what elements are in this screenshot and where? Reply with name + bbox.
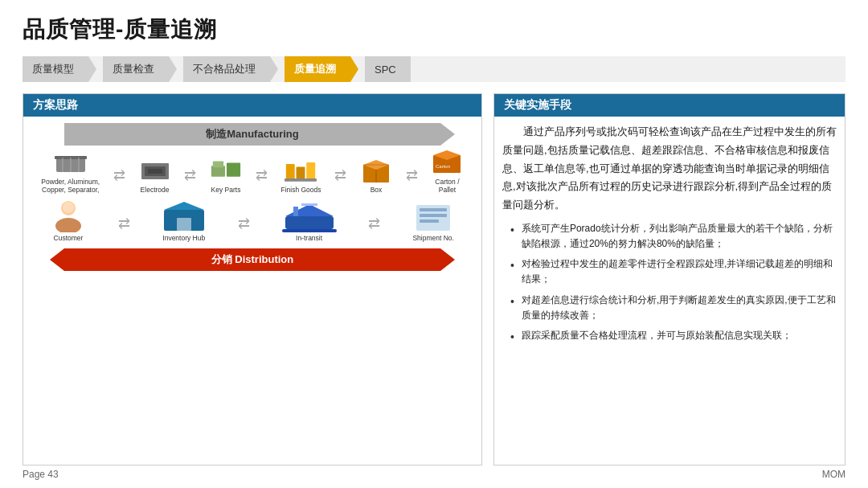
svg-rect-35 bbox=[420, 214, 447, 217]
arrow-d3: ⇄ bbox=[368, 215, 380, 232]
distribution-arrow: 分销 Distribution bbox=[64, 248, 440, 271]
arrow-d2: ⇄ bbox=[238, 215, 250, 232]
svg-rect-8 bbox=[211, 166, 225, 176]
arrow-2: ⇄ bbox=[184, 166, 196, 184]
svg-rect-28 bbox=[285, 216, 334, 229]
manufacturing-arrow: 制造Manufacturing bbox=[64, 123, 440, 146]
page-number: Page 43 bbox=[23, 469, 59, 480]
manufacturing-section: 制造Manufacturing bbox=[31, 123, 473, 147]
product-electrode: Electrode bbox=[139, 158, 171, 194]
arrow-4: ⇄ bbox=[334, 166, 346, 184]
inventory-icon bbox=[162, 200, 206, 232]
svg-text:Carton: Carton bbox=[436, 164, 450, 169]
bullet-list: 系统可产生Porado统计分析，列出影响产品质量最大的若干个缺陷，分析缺陷根源，… bbox=[502, 221, 837, 348]
page-footer: Page 43 MOM bbox=[23, 465, 845, 480]
svg-rect-11 bbox=[286, 164, 295, 178]
svg-point-23 bbox=[55, 218, 81, 232]
products-row: Powder, Aluminum, Copper, Separator, ⇄ bbox=[31, 150, 473, 194]
product-powder: Powder, Aluminum, Copper, Separator, bbox=[41, 150, 100, 194]
right-panel-header: 关键实施手段 bbox=[494, 94, 845, 117]
arrow-5: ⇄ bbox=[406, 166, 418, 184]
svg-rect-13 bbox=[307, 162, 316, 178]
breadcrumb-item-quality-check[interactable]: 质量检查 bbox=[103, 56, 169, 82]
svg-rect-14 bbox=[285, 178, 317, 182]
product-box: Box bbox=[360, 158, 392, 194]
keyparts-icon bbox=[210, 158, 242, 184]
breadcrumb-item-nonconform[interactable]: 不合格品处理 bbox=[183, 56, 270, 82]
customer-icon bbox=[51, 197, 86, 232]
content-area: 方案思路 制造Manufacturing bbox=[23, 93, 845, 465]
svg-marker-26 bbox=[164, 202, 204, 210]
bullet-item-1: 系统可产生Porado统计分析，列出影响产品质量最大的若干个缺陷，分析缺陷根源，… bbox=[510, 221, 837, 252]
left-panel-body: 制造Manufacturing bbox=[23, 117, 481, 465]
product-customer: Customer bbox=[51, 197, 86, 242]
svg-rect-36 bbox=[420, 219, 439, 223]
page-container: 品质管理-质量追溯 质量模型 质量检查 不合格品处理 质量追溯 SPC 方案思路 bbox=[0, 0, 868, 488]
right-body-text: 通过产品序列号或批次码可轻松查询该产品在生产过程中发生的所有质量问题,包括质量记… bbox=[502, 123, 837, 215]
breadcrumb-item-quality-model[interactable]: 质量模型 bbox=[23, 56, 88, 82]
left-panel-header: 方案思路 bbox=[23, 94, 481, 117]
product-finished: Finish Goods bbox=[280, 158, 321, 194]
box-icon bbox=[360, 158, 392, 184]
carton-icon: Carton bbox=[431, 150, 463, 176]
product-keyparts: Key Parts bbox=[210, 158, 242, 194]
svg-rect-30 bbox=[293, 207, 298, 216]
footer-brand: MOM bbox=[822, 469, 845, 480]
product-carton: Carton Carton / Pallet bbox=[431, 150, 463, 194]
product-inventory: Inventory Hub bbox=[162, 200, 206, 242]
distribution-section: 分销 Distribution bbox=[31, 248, 473, 273]
right-panel: 关键实施手段 通过产品序列号或批次码可轻松查询该产品在生产过程中发生的所有质量问… bbox=[493, 93, 845, 465]
svg-rect-31 bbox=[301, 203, 317, 206]
electrode-icon bbox=[139, 158, 171, 184]
bullet-item-4: 跟踪采配质量不合格处理流程，并可与原始装配信息实现关联； bbox=[510, 328, 837, 343]
ship-icon bbox=[282, 200, 337, 232]
right-panel-body: 通过产品序列号或批次码可轻松查询该产品在生产过程中发生的所有质量问题,包括质量记… bbox=[494, 117, 845, 465]
finished-icon bbox=[285, 158, 317, 184]
distribution-row: Customer ⇄ Inventory Hub bbox=[31, 197, 473, 242]
arrow-3: ⇄ bbox=[256, 166, 268, 184]
product-shipment: Shipment No. bbox=[412, 203, 454, 242]
svg-rect-12 bbox=[297, 167, 305, 179]
page-title: 品质管理-质量追溯 bbox=[23, 14, 845, 45]
breadcrumb-item-tracing[interactable]: 质量追溯 bbox=[285, 56, 350, 82]
bullet-item-3: 对超差信息进行综合统计和分析,用于判断超差发生的真实原因,便于工艺和质量的持续改… bbox=[510, 293, 837, 323]
svg-point-24 bbox=[63, 202, 74, 213]
shipment-icon bbox=[415, 203, 452, 232]
svg-rect-34 bbox=[420, 208, 447, 211]
svg-marker-29 bbox=[285, 204, 334, 216]
svg-rect-32 bbox=[282, 229, 337, 232]
svg-rect-10 bbox=[213, 162, 223, 168]
svg-rect-9 bbox=[227, 163, 240, 177]
arrow-d1: ⇄ bbox=[118, 215, 130, 232]
powder-icon bbox=[55, 150, 87, 176]
svg-rect-7 bbox=[148, 169, 162, 174]
arrow-1: ⇄ bbox=[113, 166, 125, 184]
left-panel: 方案思路 制造Manufacturing bbox=[23, 93, 482, 465]
bullet-item-2: 对检验过程中发生的超差零件进行全程跟踪处理,并详细记载超差的明细和结果； bbox=[510, 256, 837, 287]
breadcrumb-item-spc[interactable]: SPC bbox=[365, 56, 411, 82]
manufacturing-arrow-container: 制造Manufacturing bbox=[31, 123, 473, 146]
svg-rect-27 bbox=[177, 218, 191, 231]
distribution-arrow-container: 分销 Distribution bbox=[31, 248, 473, 271]
breadcrumb-bar: 质量模型 质量检查 不合格品处理 质量追溯 SPC bbox=[23, 56, 845, 82]
product-ship: In-transit bbox=[282, 200, 337, 242]
